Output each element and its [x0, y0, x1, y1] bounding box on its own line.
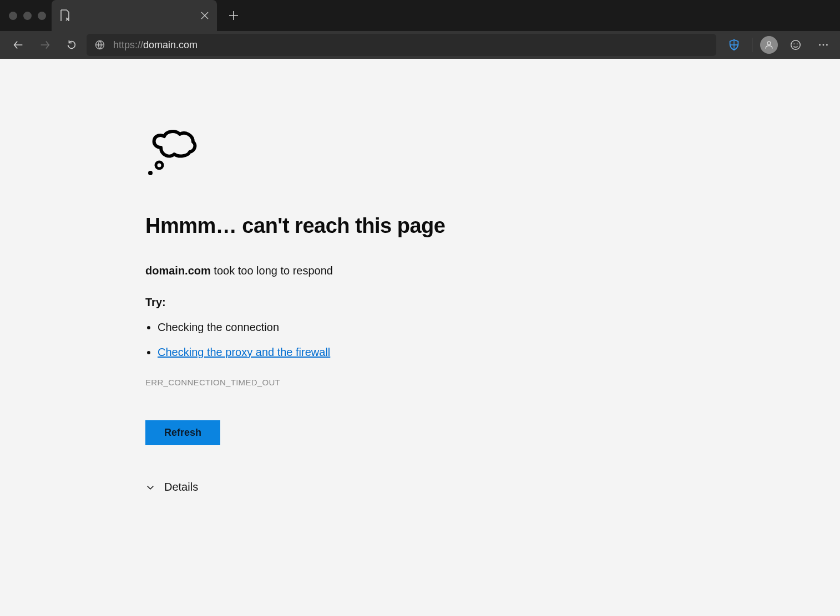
new-tab-button[interactable] — [224, 6, 244, 26]
list-item: Checking the proxy and the firewall — [158, 346, 489, 359]
smiley-icon — [790, 39, 802, 51]
svg-point-9 — [148, 171, 153, 175]
browser-toolbar: https://domain.com — [0, 31, 840, 59]
url-text: https://domain.com — [113, 39, 198, 51]
error-page: Hmmm… can't reach this page domain.com t… — [0, 59, 840, 616]
svg-point-2 — [791, 40, 801, 50]
error-content: Hmmm… can't reach this page domain.com t… — [145, 124, 489, 493]
more-menu-button[interactable] — [813, 35, 833, 55]
suggestion-check-proxy-link[interactable]: Checking the proxy and the firewall — [158, 346, 330, 358]
try-suggestion-list: Checking the connection Checking the pro… — [145, 321, 489, 359]
error-subtitle: domain.com took too long to respond — [145, 264, 489, 277]
refresh-button[interactable] — [60, 34, 83, 56]
svg-point-7 — [826, 44, 828, 46]
back-button[interactable] — [7, 34, 30, 56]
svg-point-6 — [823, 44, 824, 46]
svg-point-4 — [797, 43, 798, 44]
details-label: Details — [164, 481, 198, 493]
error-host: domain.com — [145, 264, 211, 277]
svg-point-5 — [819, 44, 821, 46]
svg-point-1 — [767, 42, 771, 45]
tracking-prevention-button[interactable] — [724, 35, 744, 55]
plus-icon — [229, 11, 239, 21]
arrow-left-icon — [12, 39, 24, 51]
close-window-icon[interactable] — [9, 12, 17, 20]
shield-icon — [728, 39, 740, 51]
person-icon — [764, 40, 774, 50]
error-title: Hmmm… can't reach this page — [145, 214, 489, 238]
url-scheme: https:// — [113, 39, 143, 50]
refresh-page-button[interactable]: Refresh — [145, 420, 220, 445]
thought-bubble-icon — [145, 124, 489, 182]
error-subtitle-text: took too long to respond — [211, 264, 333, 277]
url-host: domain.com — [143, 39, 198, 50]
browser-tab[interactable] — [52, 0, 217, 31]
profile-button[interactable] — [760, 36, 778, 54]
minimize-window-icon[interactable] — [23, 12, 32, 20]
browser-chrome: https://domain.com — [0, 0, 840, 59]
error-code: ERR_CONNECTION_TIMED_OUT — [145, 378, 489, 387]
maximize-window-icon[interactable] — [38, 12, 46, 20]
arrow-right-icon — [39, 39, 51, 51]
tab-strip — [0, 0, 840, 31]
svg-point-8 — [156, 162, 163, 169]
globe-icon — [94, 39, 105, 50]
toolbar-divider — [752, 38, 752, 52]
ellipsis-icon — [817, 39, 829, 51]
toolbar-right — [724, 35, 833, 55]
address-bar[interactable]: https://domain.com — [87, 34, 716, 56]
tab-page-error-icon — [59, 9, 70, 22]
chevron-down-icon — [145, 482, 155, 492]
details-toggle[interactable]: Details — [145, 481, 489, 493]
svg-point-3 — [793, 43, 795, 44]
window-controls[interactable] — [6, 12, 52, 20]
try-label: Try: — [145, 296, 489, 309]
close-tab-icon[interactable] — [200, 11, 209, 20]
refresh-icon — [65, 39, 78, 51]
feedback-button[interactable] — [786, 35, 806, 55]
forward-button — [33, 34, 57, 56]
suggestion-check-connection: Checking the connection — [158, 321, 489, 334]
